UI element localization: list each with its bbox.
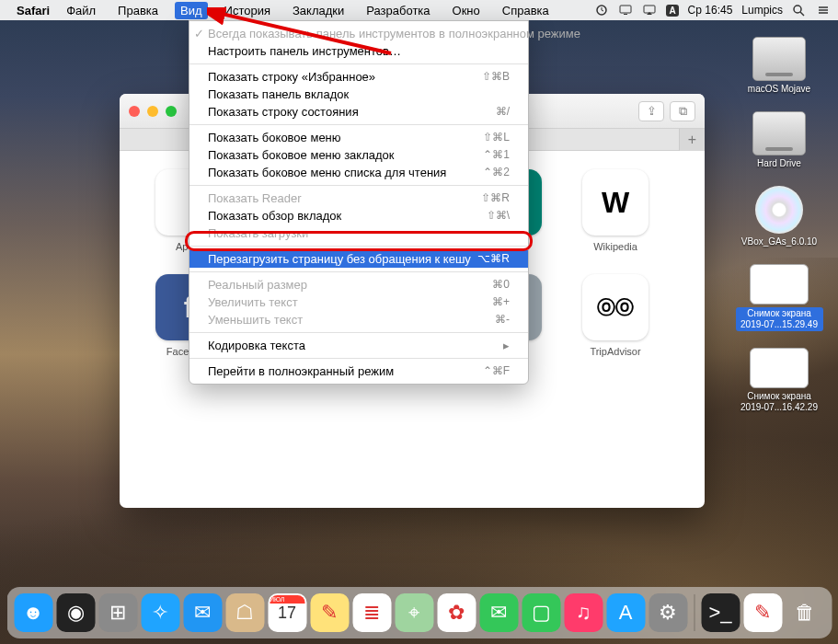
display-icon[interactable] [618,4,633,17]
airplay-icon[interactable] [642,4,657,17]
menu-item[interactable]: Показать боковое меню списка для чтения⌃… [189,164,528,181]
dock-messages[interactable]: ✉ [479,593,518,632]
menu-item[interactable]: Показать боковое меню⇧⌘L [189,129,528,146]
view-menu-dropdown: Всегда показывать панель инструментов в … [189,20,529,385]
svg-rect-2 [624,14,627,15]
menubar: Safari ФайлПравкаВидИсторияЗакладкиРазра… [0,0,838,20]
search-icon[interactable] [792,4,807,17]
user-name[interactable]: Lumpics [741,4,783,17]
menu-справка[interactable]: Справка [497,2,555,19]
desktop-icon[interactable]: Hard Drive [752,111,806,169]
menu-окно[interactable]: Окно [447,2,486,19]
dock-itunes[interactable]: ♫ [564,593,603,632]
tabs-button[interactable]: ⧉ [670,101,695,121]
desktop-icon[interactable]: Снимок экрана 2019-07...15.29.49 [736,264,823,331]
dock-safari[interactable]: ✧ [141,593,179,632]
share-button[interactable]: ⇪ [638,101,664,121]
favorite-wikipedia[interactable]: WWikipedia [574,169,657,252]
menu-item: Реальный размер⌘0 [189,276,528,293]
desktop-icon[interactable]: VBox_GAs_6.0.10 [741,186,817,247]
dock-textedit[interactable]: ✎ [743,593,782,632]
dock-trash[interactable]: 🗑 [786,593,824,632]
desktop-icons: macOS MojaveHard DriveVBox_GAs_6.0.10Сни… [733,37,825,413]
keyboard-icon[interactable]: A [666,5,678,17]
dock-siri[interactable]: ◉ [56,593,95,632]
svg-point-4 [794,6,801,13]
menubar-status: A Ср 16:45 Lumpics [594,4,831,17]
dock-launchpad[interactable]: ⊞ [98,593,137,632]
dock-photos[interactable]: ✿ [437,593,476,632]
dock-appstore[interactable]: A [606,593,645,632]
menu-item[interactable]: Показать боковое меню закладок⌃⌘1 [189,146,528,164]
desktop-icon[interactable]: Снимок экрана 2019-07...16.42.29 [736,348,823,413]
dock-facetime[interactable]: ▢ [522,593,560,632]
favorite-tripadvisor[interactable]: ⓞⓞTripAdvisor [574,274,657,357]
dock-calendar[interactable]: ИЮЛ17 [268,593,306,632]
menu-файл[interactable]: Файл [61,2,101,19]
menu-разработка[interactable]: Разработка [361,2,435,19]
dock-preferences[interactable]: ⚙ [649,593,687,632]
zoom-button[interactable] [166,106,177,117]
menu-закладки[interactable]: Закладки [287,2,350,19]
menu-item[interactable]: Показать обзор вкладок⇧⌘\ [189,207,528,224]
dock-mail[interactable]: ✉ [183,593,222,632]
menu-item[interactable]: Показать строку состояния⌘/ [189,103,528,121]
menu-item: Увеличить текст⌘+ [189,293,528,311]
menu-item[interactable]: Показать панель вкладок [189,86,528,103]
menu-вид[interactable]: Вид [175,2,208,19]
menu-item: Уменьшить текст⌘- [189,311,528,328]
dock-contacts[interactable]: ☖ [225,593,264,632]
menu-item[interactable]: Перезагрузить страницу без обращения к к… [189,250,528,268]
new-tab-button[interactable]: + [679,129,705,151]
minimize-button[interactable] [147,106,158,117]
svg-rect-1 [620,6,631,13]
timemachine-icon[interactable] [594,4,609,17]
menu-item[interactable]: Кодировка текста [189,337,528,354]
menu-item[interactable]: Настроить панель инструментов… [189,42,528,60]
desktop-icon[interactable]: macOS Mojave [748,37,810,95]
menu-item: Всегда показывать панель инструментов в … [189,25,528,42]
menu-item: Показать Reader⇧⌘R [189,190,528,207]
menu-item[interactable]: Показать строку «Избранное»⇧⌘B [189,68,528,86]
dock-maps[interactable]: ⌖ [395,593,433,632]
svg-rect-3 [644,6,655,13]
app-name[interactable]: Safari [17,4,50,17]
menu-item: Показать загрузки [189,224,528,242]
dock-notes[interactable]: ✎ [310,593,349,632]
dock-reminders[interactable]: ≣ [352,593,391,632]
menu-история[interactable]: История [219,2,276,19]
dock-terminal[interactable]: >_ [701,593,740,632]
menu-item[interactable]: Перейти в полноэкранный режим⌃⌘F [189,362,528,380]
close-button[interactable] [129,106,140,117]
menu-правка[interactable]: Правка [112,2,164,19]
dock-finder[interactable]: ☻ [14,593,52,632]
dock: ☻◉⊞✧✉☖ИЮЛ17✎≣⌖✿✉▢♫A⚙>_✎🗑 [6,587,832,638]
notification-icon[interactable] [816,4,831,17]
clock[interactable]: Ср 16:45 [688,4,733,17]
